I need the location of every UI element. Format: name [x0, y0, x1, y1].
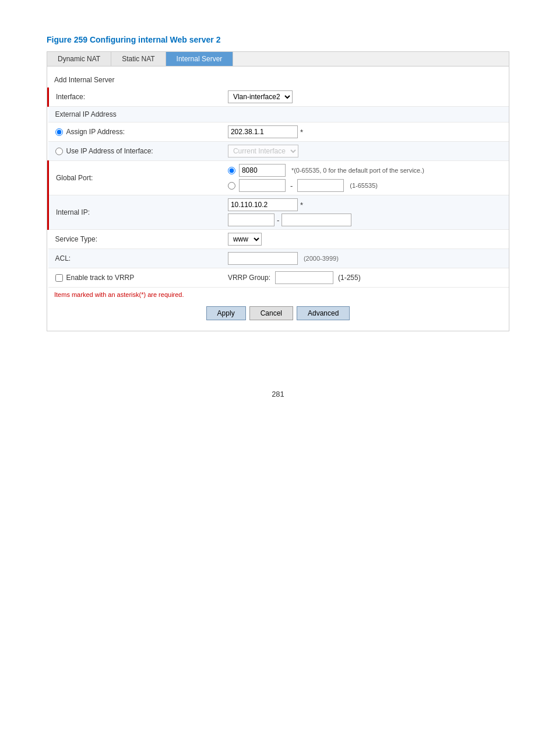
- global-port-radio2[interactable]: [228, 182, 235, 190]
- use-ip-radio[interactable]: [55, 148, 63, 155]
- tab-internal-server[interactable]: Internal Server: [166, 52, 234, 66]
- acl-hint: (2000-3999): [304, 255, 339, 262]
- vrrp-enable-cell: Enable track to VRRP: [48, 268, 223, 288]
- acl-label: ACL:: [48, 249, 223, 268]
- use-ip-value-cell: Current Interface: [223, 142, 509, 161]
- vrrp-group-label: VRRP Group:: [228, 274, 270, 282]
- internal-ip-star: *: [300, 201, 303, 209]
- global-port-value-cell: *(0-65535, 0 for the default port of the…: [223, 161, 509, 195]
- service-type-value-cell: www ftp other: [223, 230, 509, 249]
- service-type-select[interactable]: www ftp other: [228, 233, 262, 246]
- external-ip-label-row: External IP Address: [48, 107, 509, 123]
- apply-button[interactable]: Apply: [206, 306, 246, 320]
- internal-ip-label: Internal IP:: [48, 195, 223, 230]
- internal-ip-range-start[interactable]: [228, 214, 275, 226]
- internal-ip-row: Internal IP: * -: [48, 195, 509, 230]
- button-row: Apply Cancel Advanced: [47, 302, 509, 325]
- interface-label: Interface:: [48, 88, 223, 107]
- vrrp-checkbox[interactable]: [55, 274, 63, 282]
- global-port-hint2: (1-65535): [350, 182, 378, 189]
- internal-ip-dash: -: [277, 216, 279, 225]
- tab-dynamic-nat[interactable]: Dynamic NAT: [47, 52, 111, 66]
- assign-ip-radio[interactable]: [55, 128, 63, 136]
- assign-ip-input[interactable]: [228, 125, 298, 138]
- assign-ip-row: Assign IP Address: *: [48, 123, 509, 142]
- global-port-input1[interactable]: [239, 164, 286, 177]
- global-port-hint1: *(0-65535, 0 for the default port of the…: [291, 167, 424, 174]
- assign-ip-label-text: Assign IP Address:: [66, 128, 125, 136]
- global-port-radio1[interactable]: [228, 167, 235, 174]
- assign-ip-star: *: [300, 128, 303, 136]
- internal-ip-value-cell: * -: [223, 195, 509, 230]
- global-port-label: Global Port:: [48, 161, 223, 195]
- interface-row: Interface: Vlan-interface2: [48, 88, 509, 107]
- service-type-row: Service Type: www ftp other: [48, 230, 509, 249]
- tab-static-nat[interactable]: Static NAT: [111, 52, 166, 66]
- advanced-button[interactable]: Advanced: [297, 306, 350, 320]
- acl-input[interactable]: [228, 252, 298, 265]
- assign-ip-value-cell: *: [223, 123, 509, 142]
- vrrp-group-hint: (1-255): [338, 274, 361, 282]
- service-type-label: Service Type:: [48, 230, 223, 249]
- internal-ip-range-end[interactable]: [281, 214, 351, 226]
- global-port-row: Global Port: *(0-65535, 0 for the defaul…: [48, 161, 509, 195]
- tab-bar: Dynamic NAT Static NAT Internal Server: [47, 51, 509, 66]
- internal-ip-input[interactable]: [228, 198, 298, 211]
- form-container: Add Internal Server Interface: Vlan-inte…: [47, 66, 509, 331]
- footer-note: Items marked with an asterisk(*) are req…: [47, 288, 509, 302]
- interface-value-cell: Vlan-interface2: [223, 88, 509, 107]
- figure-title: Figure 259 Configuring internal Web serv…: [47, 35, 509, 44]
- vrrp-group-input[interactable]: [275, 271, 333, 284]
- acl-value-cell: (2000-3999): [223, 249, 509, 268]
- use-ip-interface-row: Use IP Address of Interface: Current Int…: [48, 142, 509, 161]
- section-title: Add Internal Server: [47, 72, 509, 88]
- interface-select[interactable]: Vlan-interface2: [228, 90, 293, 103]
- interface-dropdown[interactable]: Current Interface: [228, 145, 298, 158]
- acl-row: ACL: (2000-3999): [48, 249, 509, 268]
- vrrp-group-cell: VRRP Group: (1-255): [223, 268, 509, 288]
- global-port-input2[interactable]: [239, 179, 286, 192]
- assign-ip-label: Assign IP Address:: [48, 123, 223, 142]
- form-table: Interface: Vlan-interface2 External IP A…: [47, 88, 509, 288]
- page-number: 281: [0, 390, 556, 398]
- use-ip-label-text: Use IP Address of Interface:: [66, 147, 153, 155]
- vrrp-row: Enable track to VRRP VRRP Group: (1-255): [48, 268, 509, 288]
- external-ip-label: External IP Address: [48, 107, 223, 123]
- global-port-input3[interactable]: [297, 179, 344, 192]
- use-ip-label: Use IP Address of Interface:: [48, 142, 223, 161]
- vrrp-enable-label: Enable track to VRRP: [66, 274, 135, 282]
- cancel-button[interactable]: Cancel: [249, 306, 293, 320]
